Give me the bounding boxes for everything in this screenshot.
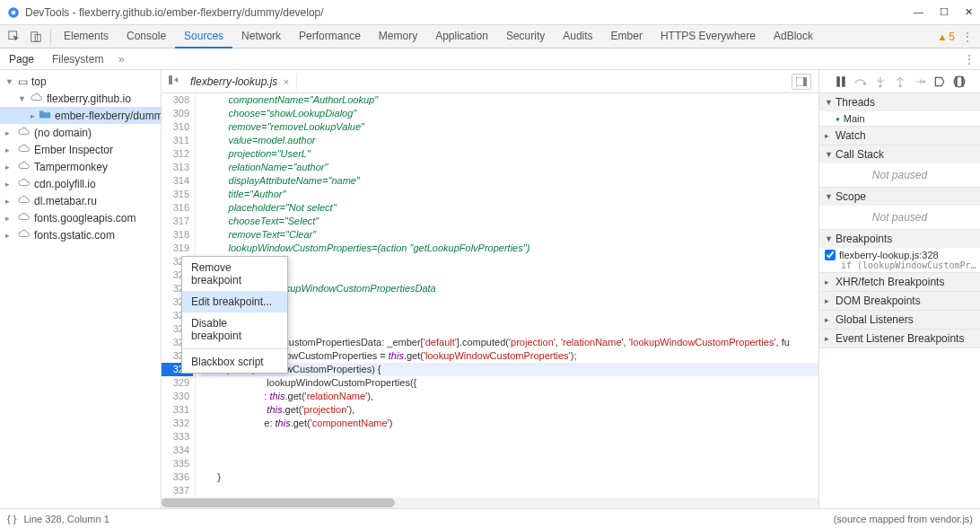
tab-memory[interactable]: Memory <box>370 25 426 48</box>
file-tab[interactable]: flexberry-lookup.js × <box>183 74 297 90</box>
code-line[interactable] <box>201 430 818 444</box>
code-line[interactable]: @private <box>201 309 818 322</box>
warnings-badge[interactable]: ▲5 <box>937 31 955 43</box>
code-line[interactable]: removeText="Clear" <box>201 228 818 242</box>
context-menu-item[interactable]: Blackbox script <box>182 351 287 373</box>
page-tab[interactable]: Page <box>0 48 43 70</box>
more-tabs-icon[interactable]: » <box>112 53 130 66</box>
maximize-button[interactable]: ☐ <box>940 6 949 18</box>
code-line[interactable]: } <box>201 471 818 484</box>
line-number[interactable]: 319 <box>162 242 189 255</box>
nav-origin[interactable]: ▸(no domain) <box>0 124 161 141</box>
code-line[interactable] <box>201 444 818 457</box>
watch-header[interactable]: ▸Watch <box>819 127 980 145</box>
deactivate-breakpoints-icon[interactable] <box>933 75 946 88</box>
tab-adblock[interactable]: AdBlock <box>765 25 822 48</box>
nav-top[interactable]: ▼ ▭ top <box>0 74 161 90</box>
code-line[interactable] <box>201 457 818 471</box>
line-number[interactable]: 308 <box>162 93 189 107</box>
code-line[interactable]: if (lookupWindowCustomProperties) { <box>201 363 818 376</box>
line-number[interactable]: 315 <box>162 188 189 201</box>
line-number[interactable]: 318 <box>162 228 189 242</box>
code-line[interactable]: lookupWindowCustomProperties=(action "ge… <box>201 242 818 255</box>
line-number[interactable]: 337 <box>162 484 189 497</box>
tab-sources[interactable]: Sources <box>175 25 232 48</box>
xhr-breakpoints-header[interactable]: ▸XHR/fetch Breakpoints <box>819 273 980 291</box>
code-editor[interactable]: 3083093103113123133143153163173183193203… <box>162 93 818 497</box>
global-listeners-header[interactable]: ▸Global Listeners <box>819 311 980 329</box>
pause-icon[interactable] <box>835 75 847 88</box>
line-number[interactable]: 329 <box>162 376 189 390</box>
code-line[interactable]: title="Author" <box>201 188 818 201</box>
code-line[interactable] <box>201 268 818 282</box>
line-number[interactable]: 311 <box>162 134 189 147</box>
toggle-sidebar-icon[interactable] <box>792 74 811 90</box>
breakpoint-checkbox[interactable] <box>825 250 836 260</box>
code-line[interactable]: e: this.get('componentName') <box>201 417 818 430</box>
code-line[interactable]: componentName="AuthorLookup" <box>201 93 818 107</box>
code-line[interactable]: this.get('projection'), <box>201 403 818 417</box>
line-number[interactable]: 334 <box>162 444 189 457</box>
tab-https-everywhere[interactable]: HTTPS Everywhere <box>652 25 765 48</box>
tab-application[interactable]: Application <box>426 25 497 48</box>
context-menu-item[interactable]: Remove breakpoint <box>182 257 287 291</box>
line-number[interactable]: 314 <box>162 174 189 188</box>
threads-header[interactable]: ▼Threads <box>819 93 980 111</box>
step-out-icon[interactable] <box>894 75 906 88</box>
code-line[interactable]: displayAttributeName="name" <box>201 174 818 188</box>
tab-performance[interactable]: Performance <box>290 25 370 48</box>
code-line[interactable]: choose="showLookupDialog" <box>201 107 818 120</box>
nav-origin[interactable]: ▸fonts.googleapis.com <box>0 209 161 226</box>
code-content[interactable]: componentName="AuthorLookup" choose="sho… <box>196 93 818 497</box>
code-line[interactable]: value=model.author <box>201 134 818 147</box>
nav-origin[interactable]: ▸cdn.polyfill.io <box>0 175 161 192</box>
close-button[interactable]: ✕ <box>965 6 973 18</box>
line-number[interactable]: 317 <box>162 215 189 228</box>
tab-security[interactable]: Security <box>497 25 554 48</box>
breakpoint-row[interactable]: flexberry-lookup.js:328 if (lookupWindow… <box>819 248 980 272</box>
line-number[interactable]: 333 <box>162 430 189 444</box>
nav-domain-flexberry[interactable]: ▼ flexberry.github.io <box>0 90 161 107</box>
line-number[interactable]: 335 <box>162 457 189 471</box>
line-number[interactable]: 312 <box>162 147 189 161</box>
code-line[interactable]: remove="removeLookupValue" <box>201 120 818 134</box>
code-line[interactable]: : this.get('relationName'), <box>201 390 818 403</box>
tab-console[interactable]: Console <box>118 25 175 48</box>
line-number[interactable]: 309 <box>162 107 189 120</box>
braces-icon[interactable]: { } <box>7 514 16 524</box>
event-listener-breakpoints-header[interactable]: ▸Event Listener Breakpoints <box>819 330 980 348</box>
line-number[interactable]: 316 <box>162 201 189 215</box>
step-over-icon[interactable] <box>854 75 867 88</box>
line-number[interactable]: 336 <box>162 471 189 484</box>
scope-header[interactable]: ▼Scope <box>819 188 980 206</box>
device-toggle-icon[interactable] <box>25 26 47 48</box>
minimize-button[interactable]: — <box>914 6 923 18</box>
context-menu-item[interactable]: Edit breakpoint... <box>182 291 287 312</box>
code-line[interactable]: @property _lookupWindowCustomPropertiesD… <box>201 282 818 295</box>
code-line[interactable]: */ <box>201 322 818 336</box>
tab-network[interactable]: Network <box>232 25 290 48</box>
close-icon[interactable]: × <box>283 76 288 87</box>
step-icon[interactable] <box>914 75 926 88</box>
nav-folder-dummy[interactable]: ▸ ember-flexberry/dummy <box>0 107 161 124</box>
navigator-menu-icon[interactable]: ⋮ <box>958 53 980 66</box>
tab-elements[interactable]: Elements <box>55 25 118 48</box>
code-line[interactable]: placeholder="Not select" <box>201 201 818 215</box>
tab-ember[interactable]: Ember <box>602 25 652 48</box>
code-line[interactable]: }} <box>201 255 818 268</box>
step-into-icon[interactable] <box>874 75 887 88</box>
line-number[interactable]: 313 <box>162 161 189 174</box>
nav-origin[interactable]: ▸fonts.gstatic.com <box>0 226 161 243</box>
code-line[interactable]: chooseText="Select" <box>201 215 818 228</box>
context-menu-item[interactable]: Disable breakpoint <box>182 312 287 347</box>
code-line[interactable]: @type Object <box>201 295 818 309</box>
horizontal-scrollbar[interactable] <box>162 497 818 508</box>
nav-origin[interactable]: ▸dl.metabar.ru <box>0 192 161 209</box>
code-line[interactable]: var lookupWindowCustomProperties = this.… <box>201 349 818 363</box>
nav-origin[interactable]: ▸Tampermonkey <box>0 158 161 175</box>
line-number[interactable]: 330 <box>162 390 189 403</box>
code-line[interactable]: relationName="author" <box>201 161 818 174</box>
nav-toggle-icon[interactable] <box>165 75 183 88</box>
dom-breakpoints-header[interactable]: ▸DOM Breakpoints <box>819 292 980 310</box>
inspect-element-icon[interactable] <box>4 26 25 48</box>
